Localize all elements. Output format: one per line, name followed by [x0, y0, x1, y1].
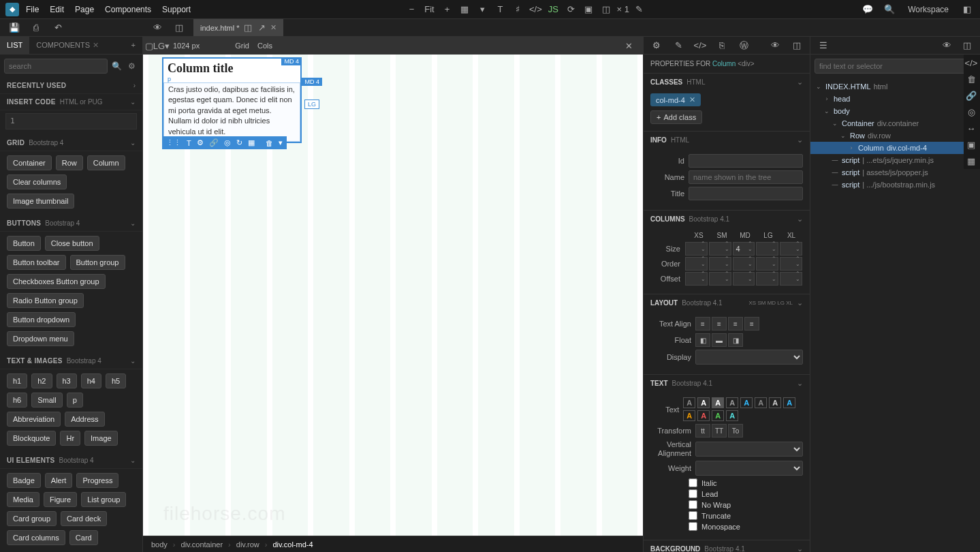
settings-icon[interactable]: ⚙ [197, 138, 204, 147]
chip-image-thumbnail[interactable]: Image thumbnail [7, 194, 74, 209]
section-grid[interactable]: GRIDBootstrap 4⌄ [0, 135, 142, 151]
app-logo-icon[interactable]: ◆ [5, 3, 19, 16]
chip-card-deck[interactable]: Card deck [61, 511, 107, 526]
offset-xs[interactable] [685, 272, 708, 286]
lowercase[interactable]: tt [695, 424, 710, 438]
tab-split-icon[interactable]: ◫ [243, 20, 253, 35]
box-icon[interactable]: ▣ [964, 136, 979, 153]
drag-handle-icon[interactable]: ⋮⋮ [166, 138, 181, 147]
swatch[interactable]: A [683, 410, 695, 421]
align-right[interactable]: ≡ [728, 317, 743, 331]
menu-components[interactable]: Components [105, 5, 151, 14]
chip-badge[interactable]: Badge [7, 473, 41, 488]
canvas[interactable]: MD 4 Column title p Cras justo odio, dap… [143, 55, 643, 536]
brush-icon[interactable]: ✎ [632, 2, 647, 17]
delete-icon[interactable]: 🗑 [266, 139, 273, 147]
panel-toggle-icon[interactable]: ◫ [172, 20, 187, 35]
tree-script-1[interactable]: —script | ...ets/js/jquery.min.js [810, 154, 964, 166]
weight-select[interactable] [695, 461, 803, 476]
chip-image[interactable]: Image [84, 431, 118, 446]
size-lg[interactable] [756, 242, 778, 256]
section-insert-code[interactable]: INSERT CODEHTML or PUG⌄ [0, 94, 142, 110]
refresh-icon[interactable]: ⟳ [563, 2, 578, 17]
grid-icon[interactable]: ▦ [457, 2, 472, 17]
code-icon[interactable]: </> [693, 38, 708, 53]
swatch[interactable]: A [712, 397, 724, 408]
swatch[interactable]: A [683, 397, 695, 408]
tree-script-2[interactable]: —script | assets/js/popper.js [810, 166, 964, 179]
remove-class-icon[interactable]: ✕ [689, 95, 695, 104]
grid-icon[interactable]: ▦ [964, 153, 979, 169]
order-sm[interactable] [709, 257, 731, 271]
cols-toggle[interactable]: Cols [257, 42, 272, 50]
swatch[interactable]: A [769, 397, 781, 408]
title-input[interactable] [689, 187, 803, 200]
chip-button[interactable]: Button [7, 236, 41, 251]
chat-icon[interactable]: 💬 [860, 2, 875, 17]
chip-h1[interactable]: h1 [7, 373, 27, 388]
move-icon[interactable]: ↔ [964, 120, 979, 136]
eye-icon[interactable]: 👁 [768, 38, 783, 53]
chip-blockquote[interactable]: Blockquote [7, 431, 56, 446]
more-icon[interactable]: ▾ [279, 138, 283, 147]
chip-card-group[interactable]: Card group [7, 511, 57, 526]
tree-body[interactable]: ⌄body [810, 105, 964, 117]
chip-button-toolbar[interactable]: Button toolbar [7, 255, 66, 270]
target-icon[interactable]: ◎ [224, 138, 231, 147]
add-class-button[interactable]: + Add class [650, 110, 702, 124]
swatch[interactable]: A [712, 410, 724, 421]
tree-container[interactable]: ⌄Container div.container [810, 117, 964, 129]
chip-h6[interactable]: h6 [7, 393, 27, 408]
truncate-check[interactable] [689, 511, 697, 520]
add-tab-icon[interactable]: + [125, 37, 142, 54]
va-select[interactable] [695, 442, 803, 457]
zoom-out-icon[interactable]: − [404, 2, 419, 17]
device-icon[interactable]: ▣ [581, 2, 596, 17]
export-icon[interactable]: ⎙ [29, 20, 44, 35]
float-left[interactable]: ◧ [695, 333, 710, 347]
section-layout[interactable]: LAYOUTBootstrap 4.1XS SM MD LG XL⌄ [644, 294, 810, 311]
menu-page[interactable]: Page [75, 5, 94, 14]
grid-toggle[interactable]: Grid [235, 42, 249, 50]
close-icon[interactable]: ✕ [93, 41, 99, 49]
chip-hr[interactable]: Hr [60, 431, 80, 446]
crumb-body[interactable]: body [151, 540, 168, 549]
offset-xl[interactable] [780, 272, 802, 286]
chip-card[interactable]: Card [69, 530, 98, 545]
offset-lg[interactable] [756, 272, 778, 286]
workspace-label[interactable]: Workspace [908, 5, 949, 14]
align-justify[interactable]: ≡ [744, 317, 759, 331]
swatch[interactable]: A [740, 397, 753, 408]
chip-close-button[interactable]: Close button [45, 236, 99, 251]
chip-radio-group[interactable]: Radio Button group [7, 293, 84, 308]
wp-icon[interactable]: Ⓦ [736, 38, 751, 53]
actions-icon[interactable]: ⎘ [714, 38, 729, 53]
chip-figure[interactable]: Figure [44, 492, 77, 507]
name-input[interactable] [689, 170, 803, 184]
selected-column[interactable]: MD 4 Column title p Cras justo odio, dap… [162, 57, 302, 143]
section-recently-used[interactable]: RECENTLY USED› [0, 78, 142, 94]
zoom-level[interactable]: × 1 [616, 2, 629, 17]
link-icon[interactable]: 🔗 [964, 87, 979, 104]
align-left[interactable]: ≡ [695, 317, 710, 331]
trash-icon[interactable]: 🗑 [964, 71, 979, 87]
chip-h3[interactable]: h3 [57, 373, 77, 388]
responsive-icon[interactable]: ◫ [599, 2, 614, 17]
crumb-container[interactable]: div.container [181, 540, 223, 549]
swatch[interactable]: A [697, 397, 710, 408]
section-buttons[interactable]: BUTTONSBootstrap 4⌄ [0, 215, 142, 232]
capitalize[interactable]: To [728, 424, 743, 438]
chip-h2[interactable]: h2 [31, 373, 52, 388]
eye-icon[interactable]: 👁 [150, 20, 165, 35]
dropdown-icon[interactable]: ▾ [475, 2, 490, 17]
size-md[interactable]: 4 [733, 242, 755, 256]
style-icon[interactable]: ✎ [671, 38, 686, 53]
grid-icon[interactable]: ▦ [248, 138, 255, 147]
panel-icon[interactable]: ◫ [789, 38, 804, 53]
device-dropdown[interactable]: ▢ LG ▾ [150, 38, 165, 53]
tree-eye-icon[interactable]: 👁 [939, 38, 954, 53]
search-go-icon[interactable]: 🔍 [110, 59, 123, 74]
size-xs[interactable] [685, 242, 708, 256]
link-icon[interactable]: 🔗 [209, 138, 219, 147]
section-info[interactable]: INFOHTML⌄ [644, 132, 810, 149]
